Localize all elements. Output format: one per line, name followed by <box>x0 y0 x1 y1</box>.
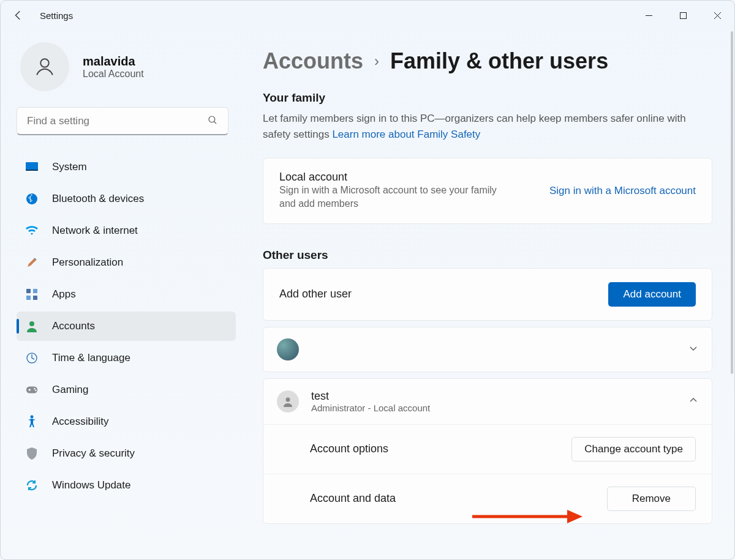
remove-button[interactable]: Remove <box>607 487 696 511</box>
svg-rect-7 <box>33 289 37 293</box>
shield-icon <box>25 447 39 460</box>
nav-label: Network & internet <box>52 225 138 237</box>
svg-rect-8 <box>26 296 31 300</box>
svg-rect-3 <box>26 162 38 171</box>
family-description: Let family members sign in to this PC—or… <box>263 111 712 142</box>
svg-point-13 <box>34 388 35 389</box>
nav-accounts[interactable]: Accounts <box>17 312 236 341</box>
nav-label: Windows Update <box>52 479 131 491</box>
user-name: test <box>311 390 430 403</box>
nav-accessibility[interactable]: Accessibility <box>17 407 236 436</box>
user-row-expanded[interactable]: test Administrator - Local account <box>263 379 712 424</box>
nav-bluetooth[interactable]: Bluetooth & devices <box>17 184 236 214</box>
breadcrumb: Accounts › Family & other users <box>263 48 712 74</box>
nav-label: Apps <box>52 288 76 301</box>
svg-rect-4 <box>26 170 38 171</box>
maximize-button[interactable] <box>666 1 700 30</box>
nav-label: Privacy & security <box>52 447 135 460</box>
nav-privacy[interactable]: Privacy & security <box>17 439 236 468</box>
profile-block[interactable]: malavida Local Account <box>17 42 236 91</box>
svg-rect-9 <box>33 296 37 300</box>
section-other-users: Other users <box>263 248 712 262</box>
chevron-up-icon <box>688 395 698 408</box>
user-card-1 <box>263 327 712 372</box>
main-content: Accounts › Family & other users Your fam… <box>246 30 734 559</box>
display-icon <box>25 160 39 174</box>
settings-window: Settings malavida Local Account <box>0 0 735 560</box>
nav-windows-update[interactable]: Windows Update <box>17 471 236 500</box>
user-avatar <box>277 390 299 413</box>
svg-point-16 <box>286 397 290 401</box>
bluetooth-icon <box>25 192 39 206</box>
globe-clock-icon <box>25 351 39 365</box>
add-user-card: Add other user Add account <box>263 268 712 321</box>
nav-list: System Bluetooth & devices Network & int… <box>17 152 236 500</box>
profile-subtitle: Local Account <box>83 69 144 80</box>
card-title: Local account <box>279 171 506 184</box>
account-options-label: Account options <box>310 442 388 455</box>
account-data-row: Account and data Remove <box>263 474 712 523</box>
svg-point-1 <box>40 59 49 67</box>
section-your-family: Your family <box>263 91 712 105</box>
account-data-label: Account and data <box>310 492 396 505</box>
back-button[interactable] <box>13 10 24 21</box>
nav-apps[interactable]: Apps <box>17 280 236 309</box>
user-subtitle: Administrator - Local account <box>311 403 430 413</box>
svg-point-15 <box>31 416 34 419</box>
local-account-card: Local account Sign in with a Microsoft a… <box>263 158 712 224</box>
close-button[interactable] <box>700 1 734 30</box>
nav-label: Time & language <box>52 352 130 364</box>
user-avatar <box>277 338 299 360</box>
svg-point-10 <box>29 321 34 326</box>
user-row-collapsed[interactable] <box>263 327 712 371</box>
family-safety-link[interactable]: Learn more about Family Safety <box>332 129 480 140</box>
sign-in-ms-account-link[interactable]: Sign in with a Microsoft account <box>549 185 696 197</box>
wifi-icon <box>25 224 39 237</box>
avatar <box>20 42 69 91</box>
nav-gaming[interactable]: Gaming <box>17 375 236 405</box>
breadcrumb-current: Family & other users <box>390 48 608 74</box>
nav-label: Gaming <box>52 384 89 396</box>
svg-rect-6 <box>26 289 31 293</box>
nav-label: Bluetooth & devices <box>52 193 144 205</box>
account-options-row: Account options Change account type <box>263 424 712 474</box>
chevron-down-icon <box>688 343 698 356</box>
titlebar: Settings <box>1 1 734 30</box>
nav-label: System <box>52 161 87 173</box>
svg-point-2 <box>209 116 215 122</box>
nav-network[interactable]: Network & internet <box>17 216 236 245</box>
nav-time-language[interactable]: Time & language <box>17 343 236 373</box>
nav-label: Personalization <box>52 256 123 269</box>
svg-point-14 <box>35 390 36 391</box>
search-input[interactable] <box>27 115 207 127</box>
breadcrumb-root[interactable]: Accounts <box>263 48 363 74</box>
card-subtitle: Sign in with a Microsoft account to see … <box>279 184 506 211</box>
add-account-button[interactable]: Add account <box>608 282 696 307</box>
person-icon <box>25 319 39 333</box>
nav-personalization[interactable]: Personalization <box>17 248 236 277</box>
gamepad-icon <box>25 383 39 397</box>
search-icon <box>207 114 218 128</box>
apps-icon <box>25 288 39 301</box>
nav-label: Accessibility <box>52 416 109 428</box>
chevron-right-icon: › <box>374 53 379 70</box>
brush-icon <box>25 256 39 269</box>
user-card-2: test Administrator - Local account Accou… <box>263 378 712 524</box>
sidebar: malavida Local Account System Bluetooth … <box>1 30 246 559</box>
nav-system[interactable]: System <box>17 152 236 182</box>
svg-rect-0 <box>680 12 686 18</box>
change-account-type-button[interactable]: Change account type <box>571 437 696 461</box>
update-icon <box>25 479 39 492</box>
add-user-label: Add other user <box>279 288 352 301</box>
minimize-button[interactable] <box>631 1 666 30</box>
nav-label: Accounts <box>52 320 95 332</box>
window-title: Settings <box>40 10 73 21</box>
search-box[interactable] <box>17 107 228 135</box>
profile-name: malavida <box>83 54 144 69</box>
accessibility-icon <box>25 415 39 428</box>
scrollbar[interactable] <box>731 31 733 374</box>
